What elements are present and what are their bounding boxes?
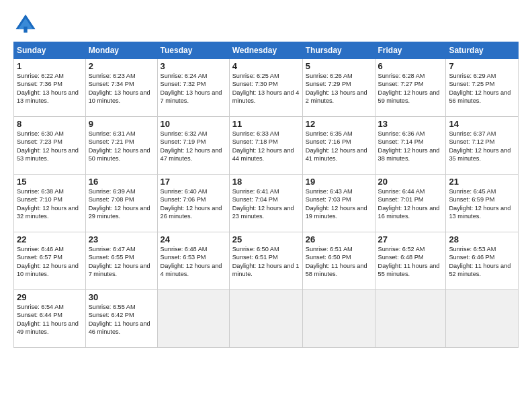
- day-info: Sunrise: 6:39 AMSunset: 7:08 PMDaylight:…: [89, 187, 154, 221]
- day-number: 4: [232, 61, 300, 71]
- day-number: 14: [449, 119, 515, 129]
- day-info: Sunrise: 6:30 AMSunset: 7:23 PMDaylight:…: [17, 130, 83, 163]
- day-number: 23: [89, 234, 154, 244]
- day-number: 30: [89, 292, 154, 302]
- day-info: Sunrise: 6:41 AMSunset: 7:04 PMDaylight:…: [232, 187, 300, 221]
- week-row-3: 15 Sunrise: 6:38 AMSunset: 7:10 PMDaylig…: [14, 175, 519, 232]
- day-info: Sunrise: 6:29 AMSunset: 7:25 PMDaylight:…: [449, 72, 515, 105]
- day-info: Sunrise: 6:55 AMSunset: 6:42 PMDaylight:…: [89, 303, 154, 336]
- day-cell-25: 25 Sunrise: 6:50 AMSunset: 6:51 PMDaylig…: [229, 232, 302, 290]
- day-info: Sunrise: 6:35 AMSunset: 7:16 PMDaylight:…: [306, 130, 372, 163]
- week-row-1: 1 Sunrise: 6:22 AMSunset: 7:36 PMDayligh…: [14, 59, 519, 117]
- day-info: Sunrise: 6:36 AMSunset: 7:14 PMDaylight:…: [378, 130, 443, 163]
- svg-rect-2: [24, 27, 27, 33]
- day-cell-4: 4 Sunrise: 6:25 AMSunset: 7:30 PMDayligh…: [229, 59, 302, 117]
- day-number: 6: [378, 61, 443, 71]
- day-info: Sunrise: 6:51 AMSunset: 6:50 PMDaylight:…: [306, 245, 372, 279]
- day-info: Sunrise: 6:50 AMSunset: 6:51 PMDaylight:…: [232, 245, 300, 279]
- day-info: Sunrise: 6:33 AMSunset: 7:18 PMDaylight:…: [232, 130, 300, 163]
- day-number: 24: [161, 234, 226, 244]
- day-number: 16: [89, 177, 154, 187]
- day-info: Sunrise: 6:46 AMSunset: 6:57 PMDaylight:…: [17, 245, 83, 279]
- day-info: Sunrise: 6:48 AMSunset: 6:53 PMDaylight:…: [161, 245, 226, 279]
- day-number: 21: [449, 177, 515, 187]
- day-number: 22: [17, 234, 83, 244]
- col-monday: Monday: [85, 42, 157, 59]
- day-info: Sunrise: 6:25 AMSunset: 7:30 PMDaylight:…: [232, 72, 300, 105]
- day-cell-10: 10 Sunrise: 6:32 AMSunset: 7:19 PMDaylig…: [157, 117, 229, 175]
- day-number: 29: [17, 292, 83, 302]
- day-cell-22: 22 Sunrise: 6:46 AMSunset: 6:57 PMDaylig…: [14, 232, 86, 290]
- day-cell-23: 23 Sunrise: 6:47 AMSunset: 6:55 PMDaylig…: [85, 232, 157, 290]
- day-cell-20: 20 Sunrise: 6:44 AMSunset: 7:01 PMDaylig…: [375, 175, 446, 232]
- day-number: 10: [161, 119, 226, 129]
- week-row-4: 22 Sunrise: 6:46 AMSunset: 6:57 PMDaylig…: [14, 232, 519, 290]
- day-info: Sunrise: 6:47 AMSunset: 6:55 PMDaylight:…: [89, 245, 154, 279]
- day-cell-30: 30 Sunrise: 6:55 AMSunset: 6:42 PMDaylig…: [85, 290, 157, 348]
- day-number: 11: [232, 119, 300, 129]
- day-info: Sunrise: 6:23 AMSunset: 7:34 PMDaylight:…: [89, 72, 154, 105]
- day-info: Sunrise: 6:24 AMSunset: 7:32 PMDaylight:…: [161, 72, 226, 105]
- day-cell-16: 16 Sunrise: 6:39 AMSunset: 7:08 PMDaylig…: [85, 175, 157, 232]
- day-cell-7: 7 Sunrise: 6:29 AMSunset: 7:25 PMDayligh…: [446, 59, 519, 117]
- calendar-header-row: Sunday Monday Tuesday Wednesday Thursday…: [14, 42, 519, 59]
- day-number: 18: [232, 177, 300, 187]
- day-info: Sunrise: 6:28 AMSunset: 7:27 PMDaylight:…: [378, 72, 443, 105]
- day-cell-21: 21 Sunrise: 6:45 AMSunset: 6:59 PMDaylig…: [446, 175, 519, 232]
- day-cell-5: 5 Sunrise: 6:26 AMSunset: 7:29 PMDayligh…: [302, 59, 375, 117]
- day-cell-11: 11 Sunrise: 6:33 AMSunset: 7:18 PMDaylig…: [229, 117, 302, 175]
- day-cell-12: 12 Sunrise: 6:35 AMSunset: 7:16 PMDaylig…: [302, 117, 375, 175]
- empty-cell: [302, 290, 375, 348]
- day-info: Sunrise: 6:53 AMSunset: 6:46 PMDaylight:…: [449, 245, 515, 279]
- day-number: 1: [17, 61, 83, 71]
- empty-cell: [446, 290, 519, 348]
- day-info: Sunrise: 6:40 AMSunset: 7:06 PMDaylight:…: [161, 187, 226, 221]
- day-cell-26: 26 Sunrise: 6:51 AMSunset: 6:50 PMDaylig…: [302, 232, 375, 290]
- day-cell-14: 14 Sunrise: 6:37 AMSunset: 7:12 PMDaylig…: [446, 117, 519, 175]
- day-info: Sunrise: 6:32 AMSunset: 7:19 PMDaylight:…: [161, 130, 226, 163]
- page: Sunday Monday Tuesday Wednesday Thursday…: [0, 0, 532, 411]
- day-cell-15: 15 Sunrise: 6:38 AMSunset: 7:10 PMDaylig…: [14, 175, 86, 232]
- day-cell-6: 6 Sunrise: 6:28 AMSunset: 7:27 PMDayligh…: [375, 59, 446, 117]
- calendar: Sunday Monday Tuesday Wednesday Thursday…: [13, 42, 519, 348]
- day-cell-2: 2 Sunrise: 6:23 AMSunset: 7:34 PMDayligh…: [85, 59, 157, 117]
- day-info: Sunrise: 6:38 AMSunset: 7:10 PMDaylight:…: [17, 187, 83, 221]
- day-info: Sunrise: 6:45 AMSunset: 6:59 PMDaylight:…: [449, 187, 515, 221]
- empty-cell: [157, 290, 229, 348]
- day-cell-13: 13 Sunrise: 6:36 AMSunset: 7:14 PMDaylig…: [375, 117, 446, 175]
- day-info: Sunrise: 6:31 AMSunset: 7:21 PMDaylight:…: [89, 130, 154, 163]
- day-number: 2: [89, 61, 154, 71]
- day-cell-17: 17 Sunrise: 6:40 AMSunset: 7:06 PMDaylig…: [157, 175, 229, 232]
- day-info: Sunrise: 6:54 AMSunset: 6:44 PMDaylight:…: [17, 303, 83, 336]
- empty-cell: [229, 290, 302, 348]
- day-cell-18: 18 Sunrise: 6:41 AMSunset: 7:04 PMDaylig…: [229, 175, 302, 232]
- day-cell-19: 19 Sunrise: 6:43 AMSunset: 7:03 PMDaylig…: [302, 175, 375, 232]
- day-number: 28: [449, 234, 515, 244]
- col-wednesday: Wednesday: [229, 42, 302, 59]
- day-number: 20: [378, 177, 443, 187]
- col-sunday: Sunday: [14, 42, 86, 59]
- day-cell-8: 8 Sunrise: 6:30 AMSunset: 7:23 PMDayligh…: [14, 117, 86, 175]
- logo: [13, 12, 42, 36]
- day-number: 25: [232, 234, 300, 244]
- header: [13, 12, 519, 36]
- day-info: Sunrise: 6:44 AMSunset: 7:01 PMDaylight:…: [378, 187, 443, 221]
- day-cell-1: 1 Sunrise: 6:22 AMSunset: 7:36 PMDayligh…: [14, 59, 86, 117]
- day-number: 12: [306, 119, 372, 129]
- day-number: 19: [306, 177, 372, 187]
- day-info: Sunrise: 6:43 AMSunset: 7:03 PMDaylight:…: [306, 187, 372, 221]
- day-number: 13: [378, 119, 443, 129]
- day-number: 17: [161, 177, 226, 187]
- col-saturday: Saturday: [446, 42, 519, 59]
- day-info: Sunrise: 6:52 AMSunset: 6:48 PMDaylight:…: [378, 245, 443, 279]
- day-cell-29: 29 Sunrise: 6:54 AMSunset: 6:44 PMDaylig…: [14, 290, 86, 348]
- week-row-5: 29 Sunrise: 6:54 AMSunset: 6:44 PMDaylig…: [14, 290, 519, 348]
- day-info: Sunrise: 6:22 AMSunset: 7:36 PMDaylight:…: [17, 72, 83, 105]
- day-number: 8: [17, 119, 83, 129]
- day-number: 7: [449, 61, 515, 71]
- week-row-2: 8 Sunrise: 6:30 AMSunset: 7:23 PMDayligh…: [14, 117, 519, 175]
- day-number: 26: [306, 234, 372, 244]
- day-cell-24: 24 Sunrise: 6:48 AMSunset: 6:53 PMDaylig…: [157, 232, 229, 290]
- col-tuesday: Tuesday: [157, 42, 229, 59]
- day-number: 3: [161, 61, 226, 71]
